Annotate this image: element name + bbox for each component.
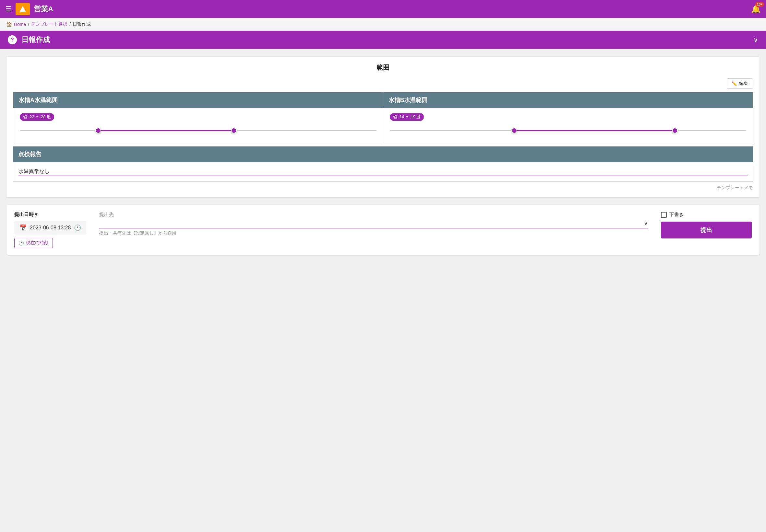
page-header-left: ? 日報作成 [8,35,50,45]
date-label: 提出日時▼ [14,212,86,218]
calendar-icon: 📅 [19,224,27,231]
breadcrumb-current: 日報作成 [73,21,91,27]
submit-button[interactable]: 提出 [661,222,752,238]
clock-icon[interactable]: 🕐 [74,224,81,231]
tank-b-header: 水槽B水温範囲 [383,92,753,108]
breadcrumb-sep1: / [28,22,29,27]
tank-b-column: 水槽B水温範囲 値: 14 〜 19 度 [383,92,753,143]
logo-triangle [19,6,26,12]
tank-b-track [390,130,747,131]
destination-dropdown-icon[interactable]: ∨ [644,220,648,227]
breadcrumb: 🏠 Home / テンプレート選択 / 日報作成 [0,18,766,31]
tank-a-header: 水槽A水温範囲 [13,92,383,108]
page-title: 日報作成 [21,35,50,45]
inspection-body [13,162,753,182]
home-icon: 🏠 [6,22,12,27]
destination-label: 提出先 [99,212,648,218]
tank-a-badge: 値: 22 〜 28 度 [20,113,54,121]
tank-a-fill [98,130,234,131]
tank-a-slider[interactable] [20,127,377,134]
tank-a-thumb-right[interactable] [231,128,237,133]
page-header-chevron-icon[interactable]: ∨ [753,36,758,44]
app-title: 営業A [34,4,751,14]
notification-bell-wrapper: 🔔 10+ [751,5,761,14]
tank-b-badge: 値: 14 〜 19 度 [390,113,424,121]
notification-badge: 10+ [755,2,764,7]
draft-checkbox[interactable] [661,212,667,218]
tank-b-fill [514,130,675,131]
draft-row: 下書き [661,212,684,218]
inspection-input[interactable] [18,167,748,176]
menu-icon[interactable]: ☰ [5,5,12,13]
range-card: 範囲 ✏️ 編集 水槽A水温範囲 値: 22 〜 28 度 [6,57,760,197]
breadcrumb-template-link[interactable]: テンプレート選択 [31,21,67,27]
breadcrumb-sep2: / [69,22,71,27]
card-title: 範囲 [13,63,753,72]
destination-section: 提出先 ∨ 提出・共有先は【設定無し】から適用 [99,212,648,236]
destination-row[interactable]: ∨ [99,220,648,228]
tank-a-body: 値: 22 〜 28 度 [13,108,383,143]
template-memo: テンプレートメモ [13,185,753,191]
breadcrumb-home-link[interactable]: Home [14,22,26,27]
app-header: ☰ 営業A 🔔 10+ [0,0,766,18]
help-button[interactable]: ? [8,35,17,44]
clock-small-icon: 🕐 [18,240,24,246]
date-value: 2023-06-08 13:28 [30,225,71,231]
app-logo [16,3,30,15]
date-input-row: 📅 2023-06-08 13:28 🕐 [14,221,86,235]
page-header-bar: ? 日報作成 ∨ [0,31,766,49]
tank-b-thumb-right[interactable] [672,128,678,133]
tank-b-thumb-left[interactable] [511,128,517,133]
range-section: 水槽A水温範囲 値: 22 〜 28 度 水槽B水温範囲 値: 14 [13,92,753,143]
draft-label: 下書き [669,212,684,218]
date-section: 提出日時▼ 📅 2023-06-08 13:28 🕐 🕐 現在の時刻 [14,212,86,248]
pencil-icon: ✏️ [732,81,737,86]
tank-b-slider[interactable] [390,127,747,134]
tank-b-body: 値: 14 〜 19 度 [383,108,753,143]
destination-hint: 提出・共有先は【設定無し】から適用 [99,230,648,236]
current-time-button[interactable]: 🕐 現在の時刻 [14,238,53,248]
tank-a-column: 水槽A水温範囲 値: 22 〜 28 度 [13,92,383,143]
tank-a-thumb-left[interactable] [95,128,101,133]
main-content: 範囲 ✏️ 編集 水槽A水温範囲 値: 22 〜 28 度 [0,49,766,262]
bottom-card: 提出日時▼ 📅 2023-06-08 13:28 🕐 🕐 現在の時刻 提出先 ∨… [6,205,760,255]
inspection-header: 点検報告 [13,146,753,162]
tank-a-track [20,130,377,131]
edit-button[interactable]: ✏️ 編集 [727,78,753,89]
submit-section: 下書き 提出 [661,212,752,238]
